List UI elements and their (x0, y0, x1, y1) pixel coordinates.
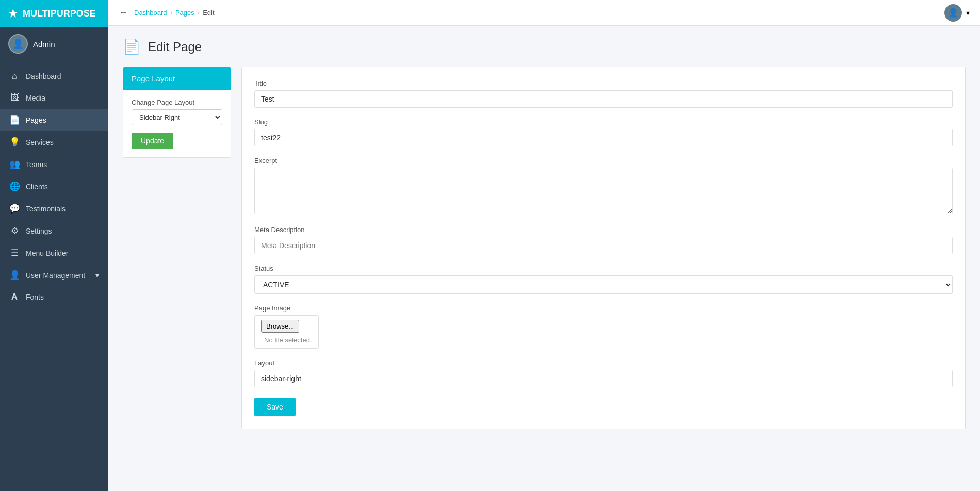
topbar-left: ← Dashboard › Pages › Edit (119, 7, 215, 18)
chevron-down-icon: ▾ (95, 271, 99, 280)
avatar: 👤 (8, 34, 28, 54)
services-icon: 💡 (9, 137, 20, 148)
breadcrumb-sep-2: › (198, 9, 200, 17)
page-title-icon: 📄 (123, 38, 141, 55)
layout-input[interactable] (254, 370, 953, 387)
content: 📄 Edit Page Page Layout Change Page Layo… (108, 26, 980, 491)
title-input[interactable] (254, 90, 953, 108)
sidebar-label-menu-builder: Menu Builder (26, 249, 69, 257)
form-group-slug: Slug (254, 118, 953, 146)
sidebar-item-dashboard[interactable]: ⌂ Dashboard (0, 66, 108, 87)
dashboard-icon: ⌂ (9, 71, 20, 81)
browse-btn[interactable]: Browse... (261, 320, 299, 333)
sidebar-nav: ⌂ Dashboard 🖼 Media 📄 Pages 💡 Services 👥… (0, 61, 108, 312)
form-group-layout: Layout (254, 359, 953, 387)
slug-label: Slug (254, 118, 953, 126)
media-icon: 🖼 (9, 93, 20, 103)
pages-icon: 📄 (9, 114, 20, 125)
testimonials-icon: 💬 (9, 203, 20, 214)
left-panel: Page Layout Change Page Layout Sidebar R… (123, 67, 231, 158)
sidebar-label-clients: Clients (26, 183, 48, 191)
sidebar-item-services[interactable]: 💡 Services (0, 131, 108, 153)
sidebar-item-fonts[interactable]: A Fonts (0, 286, 108, 308)
topbar: ← Dashboard › Pages › Edit 👤 ▾ (108, 0, 980, 26)
no-file-text: No file selected. (264, 336, 312, 344)
form-group-title: Title (254, 79, 953, 108)
topbar-user-icon: 👤 (948, 8, 958, 18)
sidebar-label-media: Media (26, 94, 45, 102)
user-management-icon: 👤 (9, 270, 20, 281)
sidebar-label-pages: Pages (26, 116, 46, 124)
excerpt-label: Excerpt (254, 157, 953, 165)
sidebar-item-clients[interactable]: 🌐 Clients (0, 175, 108, 198)
form-group-page-image: Page Image Browse... No file selected. (254, 304, 953, 349)
meta-input[interactable] (254, 237, 953, 254)
update-button[interactable]: Update (132, 133, 173, 149)
status-select[interactable]: ACTIVE INACTIVE (254, 275, 953, 294)
star-icon: ★ (8, 7, 18, 20)
sidebar-user: 👤 Admin (0, 27, 108, 61)
menu-builder-icon: ☰ (9, 248, 20, 258)
left-panel-body: Change Page Layout Sidebar Right Full Wi… (123, 90, 231, 157)
sidebar-label-services: Services (26, 138, 54, 146)
meta-label: Meta Description (254, 226, 953, 234)
form-group-meta: Meta Description (254, 226, 953, 254)
sidebar-item-settings[interactable]: ⚙ Settings (0, 220, 108, 242)
back-button[interactable]: ← (119, 7, 128, 18)
breadcrumb-pages[interactable]: Pages (175, 9, 194, 17)
clients-icon: 🌐 (9, 181, 20, 192)
sidebar-label-fonts: Fonts (26, 293, 44, 301)
topbar-user-avatar[interactable]: 👤 (944, 4, 962, 22)
save-button[interactable]: Save (254, 398, 296, 416)
excerpt-textarea[interactable] (254, 168, 953, 214)
page-title: Edit Page (148, 40, 202, 54)
sidebar-label-teams: Teams (26, 160, 47, 169)
sidebar-item-testimonials[interactable]: 💬 Testimonials (0, 198, 108, 220)
page-image-label: Page Image (254, 304, 953, 312)
title-label: Title (254, 79, 953, 87)
breadcrumb-dashboard[interactable]: Dashboard (134, 9, 167, 17)
browse-button[interactable]: Browse... (261, 320, 312, 333)
settings-icon: ⚙ (9, 225, 20, 236)
sidebar-label-testimonials: Testimonials (26, 205, 66, 213)
user-avatar-icon: 👤 (12, 38, 24, 50)
sidebar-item-pages[interactable]: 📄 Pages (0, 109, 108, 131)
status-label: Status (254, 265, 953, 272)
sidebar-item-media[interactable]: 🖼 Media (0, 87, 108, 109)
sidebar-header: ★ MULTIPURPOSE (0, 0, 108, 27)
main-wrapper: ← Dashboard › Pages › Edit 👤 ▾ 📄 Edit Pa… (108, 0, 980, 491)
file-input-wrapper: Browse... No file selected. (254, 315, 319, 349)
form-group-status: Status ACTIVE INACTIVE (254, 265, 953, 294)
sidebar-item-teams[interactable]: 👥 Teams (0, 153, 108, 175)
form-group-excerpt: Excerpt (254, 157, 953, 216)
layout-label: Layout (254, 359, 953, 367)
layout-select[interactable]: Sidebar Right Full Width Sidebar Left (132, 109, 222, 125)
left-panel-header: Page Layout (123, 67, 231, 90)
edit-grid: Page Layout Change Page Layout Sidebar R… (123, 67, 966, 429)
sidebar: ★ MULTIPURPOSE 👤 Admin ⌂ Dashboard 🖼 Med… (0, 0, 108, 491)
app-name: MULTIPURPOSE (23, 8, 96, 19)
breadcrumb-sep-1: › (170, 9, 172, 17)
breadcrumb-current: Edit (203, 9, 214, 17)
fonts-icon: A (9, 292, 20, 302)
topbar-right: 👤 ▾ (944, 4, 970, 22)
teams-icon: 👥 (9, 159, 20, 170)
slug-input[interactable] (254, 129, 953, 146)
sidebar-label-user-management: User Management (26, 271, 85, 280)
sidebar-item-menu-builder[interactable]: ☰ Menu Builder (0, 242, 108, 264)
change-layout-label: Change Page Layout (132, 99, 222, 106)
sidebar-item-user-management[interactable]: 👤 User Management ▾ (0, 264, 108, 286)
page-title-row: 📄 Edit Page (123, 38, 966, 55)
sidebar-label-settings: Settings (26, 227, 52, 235)
user-name: Admin (33, 40, 55, 48)
topbar-dropdown-icon[interactable]: ▾ (966, 9, 970, 17)
user-management-left: 👤 User Management (9, 270, 85, 281)
sidebar-label-dashboard: Dashboard (26, 72, 61, 80)
right-panel: Title Slug Excerpt Meta Description (241, 67, 966, 429)
